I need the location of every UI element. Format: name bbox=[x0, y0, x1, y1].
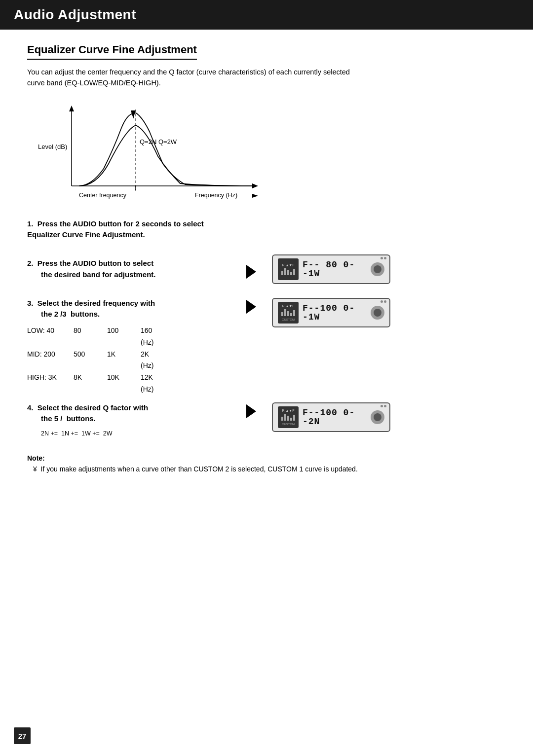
step-2-text: 2. Press the AUDIO button to select the … bbox=[27, 258, 234, 280]
display-mockup-3: RI▲▼F CUSTOM F--100 0--1W bbox=[272, 298, 390, 327]
arrow-icon-4 bbox=[246, 404, 256, 418]
note-content: If you make adjustments when a curve oth… bbox=[41, 465, 358, 473]
display-left-panel-4: RI▲▼F CUSTOM bbox=[278, 406, 299, 428]
step-2: 2. Press the AUDIO button to select the … bbox=[27, 254, 506, 284]
freq-row-mid: MID: 200 500 1K 2K (Hz) bbox=[27, 349, 234, 372]
step-4-line1: Select the desired Q factor with bbox=[38, 403, 148, 412]
center-freq-label: Center frequency bbox=[79, 192, 127, 199]
bar-3 bbox=[287, 270, 289, 275]
bar3-5 bbox=[293, 310, 295, 316]
bar3-1 bbox=[281, 312, 283, 316]
freq-high-label: HIGH: 3K bbox=[27, 372, 62, 396]
step-3-text: 3. Select the desired frequency with the… bbox=[27, 298, 234, 396]
note-text: ¥ If you make adjustments when a curve o… bbox=[27, 464, 506, 475]
bar4-2 bbox=[284, 414, 286, 421]
eq-diagram-svg: Q=2N Q=2W Level (dB) Center frequency Fr… bbox=[27, 100, 274, 203]
svg-marker-1 bbox=[69, 106, 74, 111]
step-3-number: 3. bbox=[27, 299, 34, 307]
display-left-panel-3: RI▲▼F CUSTOM bbox=[278, 302, 299, 324]
step-4-text: 4. Select the desired Q factor with the … bbox=[27, 402, 234, 439]
eq-bars-2 bbox=[281, 268, 295, 275]
step-1-content: Press the AUDIO button for 2 seconds to … bbox=[27, 219, 204, 239]
bar-1 bbox=[281, 271, 283, 275]
display-indicators-2 bbox=[381, 257, 386, 259]
q-values: 2N += 1N += 1W += 2W bbox=[41, 430, 113, 437]
freq-row-high: HIGH: 3K 8K 10K 12K (Hz) bbox=[27, 372, 234, 396]
step-1: 1. Press the AUDIO button for 2 seconds … bbox=[27, 218, 506, 241]
step-2-line2: the desired band for adjustment. bbox=[41, 270, 156, 279]
step-2-number: 2. bbox=[27, 259, 34, 267]
display-mockup-2: RI▲▼F F-- 80 0--1W bbox=[272, 254, 390, 284]
display-indicators-3 bbox=[381, 300, 386, 303]
indicator3-2 bbox=[384, 300, 386, 303]
main-content: Equalizer Curve Fine Adjustment You can … bbox=[0, 43, 533, 475]
section-heading: Equalizer Curve Fine Adjustment bbox=[27, 43, 197, 60]
step-3-line2: the 2 /3 buttons. bbox=[41, 310, 100, 318]
note-label: Note: bbox=[27, 454, 506, 462]
step-4-line2: the 5 / buttons. bbox=[41, 414, 96, 423]
display-knob-3 bbox=[371, 306, 384, 320]
bar3-2 bbox=[284, 309, 286, 316]
bar3-4 bbox=[290, 313, 292, 316]
freq-mid-label: MID: 200 bbox=[27, 349, 62, 372]
level-db-label: Level (dB) bbox=[38, 143, 67, 150]
display-left-panel-2: RI▲▼F bbox=[278, 258, 299, 280]
freq-mid-v1: 500 bbox=[74, 349, 95, 372]
bar4-3 bbox=[287, 416, 289, 421]
eq-diagram-container: Q=2N Q=2W Level (dB) Center frequency Fr… bbox=[27, 100, 264, 205]
display-knob-inner-3 bbox=[374, 309, 381, 317]
bar4-5 bbox=[293, 415, 295, 421]
display-knob-2 bbox=[371, 262, 384, 276]
freq-low-v3: 160 (Hz) bbox=[141, 325, 162, 349]
step-1-number: 1. bbox=[27, 219, 34, 228]
indicator4-2 bbox=[384, 405, 386, 407]
freq-high-v1: 8K bbox=[74, 372, 95, 396]
note-bullet: ¥ bbox=[33, 465, 37, 473]
eq-bars-3 bbox=[281, 309, 295, 316]
arrow-icon-3 bbox=[246, 300, 256, 314]
note-section: Note: ¥ If you make adjustments when a c… bbox=[27, 454, 506, 475]
step-3: 3. Select the desired frequency with the… bbox=[27, 298, 506, 396]
q2n-label: Q=2N Q=2W bbox=[140, 138, 177, 145]
svg-marker-8 bbox=[252, 194, 258, 198]
freq-hz-label: Frequency (Hz) bbox=[195, 192, 237, 199]
bar3-3 bbox=[287, 311, 289, 316]
bar-5 bbox=[293, 269, 295, 275]
step-2-line1: Press the AUDIO button to select bbox=[38, 259, 153, 267]
display-main-text-4: F--100 0--2N bbox=[303, 408, 367, 426]
display-text-area-2: F-- 80 0--1W bbox=[303, 260, 367, 278]
step-4-arrow bbox=[246, 402, 260, 418]
step-2-arrow bbox=[246, 260, 260, 279]
freq-high-v2: 10K bbox=[107, 372, 129, 396]
display-knob-inner-4 bbox=[374, 413, 381, 421]
freq-row-low: LOW: 40 80 100 160 (Hz) bbox=[27, 325, 234, 349]
freq-low-label: LOW: 40 bbox=[27, 325, 62, 349]
display-knob-4 bbox=[371, 410, 384, 424]
bar-4 bbox=[290, 272, 292, 275]
step-4-number: 4. bbox=[27, 403, 34, 412]
page-header: Audio Adjustment bbox=[0, 0, 533, 30]
freq-table: LOW: 40 80 100 160 (Hz) MID: 200 500 1K … bbox=[27, 325, 234, 396]
eq-bars-4 bbox=[281, 414, 295, 421]
indicator-2 bbox=[384, 257, 386, 259]
freq-mid-v3: 2K (Hz) bbox=[141, 349, 162, 372]
freq-low-v2: 100 bbox=[107, 325, 129, 349]
display-mockup-4: RI▲▼F CUSTOM F--100 0--2N bbox=[272, 402, 390, 432]
display-main-text-3: F--100 0--1W bbox=[303, 304, 367, 322]
display-main-text-2: F-- 80 0--1W bbox=[303, 260, 367, 278]
step-3-line1: Select the desired frequency with bbox=[38, 299, 155, 307]
indicator4-1 bbox=[381, 405, 383, 407]
step-4: 4. Select the desired Q factor with the … bbox=[27, 402, 506, 439]
indicator-1 bbox=[381, 257, 383, 259]
bar-2 bbox=[284, 268, 286, 275]
freq-mid-v2: 1K bbox=[107, 349, 129, 372]
page-number: 27 bbox=[14, 727, 31, 744]
indicator3-1 bbox=[381, 300, 383, 303]
freq-low-v1: 80 bbox=[74, 325, 95, 349]
freq-high-v3: 12K (Hz) bbox=[141, 372, 162, 396]
intro-text: You can adjust the center frequency and … bbox=[27, 67, 363, 89]
display-indicators-4 bbox=[381, 405, 386, 407]
arrow-icon-2 bbox=[246, 265, 256, 279]
display-text-area-4: F--100 0--2N bbox=[303, 408, 367, 426]
bar4-4 bbox=[290, 418, 292, 421]
